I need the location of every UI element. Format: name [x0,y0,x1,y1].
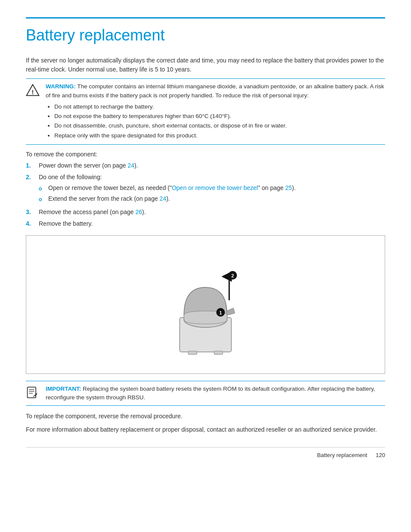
warning-text: The computer contains an internal lithiu… [46,83,384,98]
important-label: IMPORTANT: [46,386,81,392]
footer-page-number: 120 [376,452,385,458]
step-3: 3. Remove the access panel (on page 26). [26,208,385,217]
svg-line-17 [34,395,34,397]
page-title: Battery replacement [26,26,385,44]
step-4-num: 4. [26,219,34,228]
svg-rect-13 [28,387,36,398]
page-footer: Battery replacement 120 [26,452,385,458]
sub-step-2: o Extend the server from the rack (on pa… [39,194,385,203]
warning-bullets: Do not attempt to recharge the battery. … [54,103,385,140]
step-1-link[interactable]: 24 [128,162,134,169]
step-1-num: 1. [26,161,34,170]
step-2-num: 2. [26,173,34,182]
step-3-content: Remove the access panel (on page 26). [39,208,385,217]
svg-text:!: ! [32,89,34,96]
warning-box: ! WARNING: The computer contains an inte… [26,78,385,145]
step-3-link[interactable]: 26 [135,208,142,215]
important-content: IMPORTANT: Replacing the system board ba… [46,385,385,402]
svg-text:2: 2 [231,273,234,278]
step-1-content: Power down the server (on page 24). [39,161,385,170]
important-icon [26,386,40,399]
svg-rect-12 [214,351,223,355]
sub-step-1-link[interactable]: Open or remove the tower bezel [172,184,258,191]
warning-content: WARNING: The computer contains an intern… [46,82,385,141]
replace-text: To replace the component, reverse the re… [26,412,385,421]
sub-bullet-1: o [39,185,44,193]
step-2: 2. Do one of the following: o Open or re… [26,173,385,205]
sub-step-2-text: Extend the server from the rack (on page… [48,194,170,203]
warning-label: WARNING: [46,83,76,90]
footer-section-title: Battery replacement [317,452,367,458]
intro-text: If the server no longer automatically di… [26,56,385,74]
step-3-num: 3. [26,208,34,217]
top-rule [26,17,385,19]
sub-bullet-2: o [39,196,44,203]
sub-step-1-text: Open or remove the tower bezel, as neede… [48,184,296,193]
important-text-content: Replacing the system board battery reset… [46,386,375,401]
sub-step-2-link[interactable]: 24 [159,195,166,202]
warning-icon: ! [26,83,40,97]
step-2-content: Do one of the following: o Open or remov… [39,173,385,205]
svg-text:1: 1 [219,310,222,315]
sub-step-1: o Open or remove the tower bezel, as nee… [39,184,385,193]
important-box: IMPORTANT: Replacing the system board ba… [26,381,385,406]
battery-image-box: 1 2 [26,235,385,374]
steps-intro: To remove the component: [26,151,385,158]
warning-bullet-1: Do not attempt to recharge the battery. [54,103,385,111]
steps-list: 1. Power down the server (on page 24). 2… [26,161,385,228]
battery-illustration: 1 2 [141,244,270,365]
warning-bullet-3: Do not disassemble, crush, puncture, sho… [54,121,385,130]
footer-rule [26,447,385,448]
step-4-content: Remove the battery. [39,219,385,228]
warning-bullet-4: Replace only with the spare designated f… [54,131,385,140]
svg-rect-11 [188,351,197,355]
step-4: 4. Remove the battery. [26,219,385,228]
sub-steps: o Open or remove the tower bezel, as nee… [39,184,385,203]
footer-text: For more information about battery repla… [26,425,385,434]
page-container: Battery replacement If the server no lon… [0,0,411,476]
sub-step-1-page-link[interactable]: 25 [285,184,292,191]
warning-bullet-2: Do not expose the battery to temperature… [54,112,385,121]
step-1: 1. Power down the server (on page 24). [26,161,385,170]
